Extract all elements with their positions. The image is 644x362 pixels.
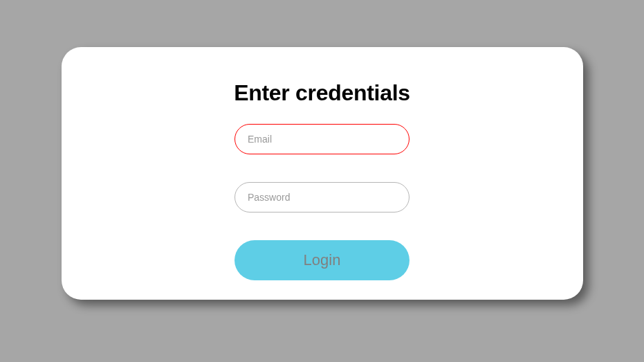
email-field[interactable] xyxy=(234,124,410,154)
login-card: Enter credentials Login xyxy=(62,47,583,300)
login-button[interactable]: Login xyxy=(234,240,410,280)
password-field[interactable] xyxy=(234,182,410,212)
page-title: Enter credentials xyxy=(234,80,410,106)
